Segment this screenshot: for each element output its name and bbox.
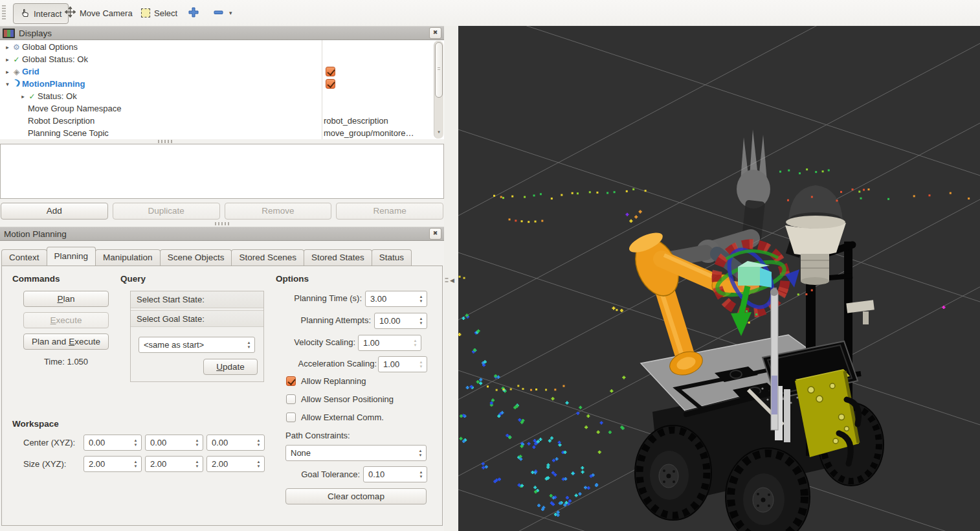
- combo-arrows[interactable]: ▲▼: [415, 446, 426, 460]
- minus-icon: [214, 6, 223, 19]
- spin-arrows[interactable]: ▲▼: [416, 357, 427, 372]
- scrollbar-down-icon[interactable]: ▾: [435, 130, 443, 137]
- velocity-scaling-spinbox[interactable]: 1.00 ▲▼: [358, 335, 421, 351]
- tree-row-planning-scene-topic[interactable]: Planning Scene Topic: [0, 127, 350, 139]
- select-start-state-row[interactable]: Select Start State:: [131, 291, 263, 308]
- expander-icon[interactable]: ▸: [4, 69, 11, 75]
- expander-icon[interactable]: ▸: [19, 93, 27, 100]
- allow-external-comm-checkbox[interactable]: [286, 412, 296, 422]
- motion-planning-close-button[interactable]: ✖: [429, 228, 441, 240]
- tree-row-label: Grid: [22, 67, 39, 76]
- tree-row-motionplanning[interactable]: ▾ MotionPlanning: [0, 78, 326, 90]
- interact-tool-button[interactable]: Interact: [13, 3, 69, 24]
- tool-dropdown-caret-icon[interactable]: ▾: [229, 10, 232, 16]
- motionplanning-enabled-checkbox[interactable]: [326, 79, 335, 89]
- allow-replanning-option[interactable]: Allow Replanning: [286, 376, 366, 386]
- collapse-panel-icon[interactable]: ◀: [450, 277, 454, 284]
- select-goal-state-row[interactable]: Select Goal State:: [131, 310, 263, 327]
- spin-arrows[interactable]: ▲▼: [416, 467, 427, 482]
- expander-icon[interactable]: ▸: [4, 56, 11, 63]
- displays-scrollbar[interactable]: ▾: [434, 41, 443, 139]
- tree-row-status-ok[interactable]: ▸ ✓ Status: Ok: [0, 90, 341, 102]
- motion-planning-tabs: ContextPlanningManipulationScene Objects…: [1, 247, 411, 266]
- update-button[interactable]: Update: [203, 359, 258, 375]
- spin-arrows[interactable]: ▲▼: [130, 435, 141, 450]
- rename-button[interactable]: Rename: [336, 203, 443, 220]
- allow-sensor-positioning-option[interactable]: Allow Sensor Positioning: [286, 394, 394, 404]
- tab-status[interactable]: Status: [372, 249, 412, 266]
- size-x-value: 2.00: [89, 459, 105, 469]
- spin-arrows[interactable]: ▲▼: [192, 435, 203, 450]
- spin-arrows[interactable]: ▲▼: [253, 457, 264, 471]
- splitter-grip[interactable]: [445, 278, 449, 283]
- planning-time-spinbox[interactable]: 3.00 ▲▼: [365, 291, 427, 307]
- workspace-center-y-spinbox[interactable]: 0.00 ▲▼: [145, 435, 203, 451]
- tab-context[interactable]: Context: [1, 249, 47, 266]
- duplicate-button[interactable]: Duplicate: [113, 203, 220, 220]
- move-camera-tool-button[interactable]: Move Camera: [65, 3, 133, 23]
- velocity-scaling-value: 1.00: [363, 338, 379, 348]
- center-xyz-label: Center (XYZ):: [23, 438, 75, 447]
- spin-arrows[interactable]: ▲▼: [192, 457, 203, 471]
- tree-row-global-status[interactable]: ▸ ✓ Global Status: Ok: [0, 53, 326, 65]
- toolbar-grip[interactable]: [2, 5, 6, 21]
- planning-attempts-spinbox[interactable]: 10.00 ▲▼: [374, 313, 427, 329]
- goal-state-combo[interactable]: <same as start> ▲▼: [139, 337, 255, 353]
- 3d-viewport[interactable]: [458, 26, 980, 531]
- displays-scrollbar-thumb[interactable]: [435, 42, 443, 98]
- motion-planning-panel-header[interactable]: Motion Planning ✖: [0, 227, 444, 241]
- robot-description-value[interactable]: robot_description: [324, 115, 427, 127]
- workspace-size-y-spinbox[interactable]: 2.00 ▲▼: [145, 456, 203, 472]
- spin-arrows[interactable]: ▲▼: [253, 435, 264, 450]
- tree-row-global-options[interactable]: ▸ ⚙ Global Options: [0, 41, 326, 53]
- tab-stored-scenes[interactable]: Stored Scenes: [231, 249, 304, 266]
- commands-header: Commands: [12, 274, 60, 284]
- query-header: Query: [120, 274, 146, 284]
- tab-scene-objects[interactable]: Scene Objects: [160, 249, 232, 266]
- spin-arrows[interactable]: ▲▼: [130, 457, 141, 471]
- expander-icon[interactable]: ▸: [4, 44, 11, 51]
- workspace-center-x-spinbox[interactable]: 0.00 ▲▼: [84, 435, 142, 451]
- workspace-size-z-spinbox[interactable]: 2.00 ▲▼: [206, 456, 265, 472]
- displays-panel-header[interactable]: Displays ✖: [0, 26, 444, 40]
- select-tool-button[interactable]: Select: [141, 3, 177, 23]
- workspace-center-z-spinbox[interactable]: 0.00 ▲▼: [206, 435, 265, 451]
- add-tool-button[interactable]: [188, 3, 199, 23]
- allow-replanning-checkbox[interactable]: [286, 376, 296, 386]
- remove-button[interactable]: Remove: [225, 203, 332, 220]
- plan-button[interactable]: Plan: [23, 291, 109, 307]
- tree-row-move-group-namespace[interactable]: Move Group Namespace: [0, 102, 350, 115]
- workspace-size-x-spinbox[interactable]: 2.00 ▲▼: [84, 456, 142, 472]
- planning-attempts-label: Planning Attempts:: [301, 315, 371, 325]
- spin-arrows[interactable]: ▲▼: [416, 291, 427, 306]
- execute-button[interactable]: Execute: [23, 312, 109, 328]
- expander-icon[interactable]: ▾: [4, 81, 11, 87]
- allow-external-comm-option[interactable]: Allow External Comm.: [286, 412, 384, 422]
- spin-arrows[interactable]: ▲▼: [416, 313, 427, 328]
- tree-row-robot-description[interactable]: Robot Description: [0, 115, 350, 127]
- move-camera-tool-label: Move Camera: [80, 8, 133, 18]
- tree-row-grid[interactable]: ▸ ◈ Grid: [0, 65, 326, 78]
- panel-splitter[interactable]: ◀: [444, 26, 458, 531]
- size-xyz-label: Size (XYZ):: [23, 459, 66, 469]
- add-button[interactable]: Add: [1, 203, 108, 220]
- tab-manipulation[interactable]: Manipulation: [95, 249, 161, 266]
- splitter-grip[interactable]: [215, 222, 229, 225]
- displays-close-button[interactable]: ✖: [429, 27, 441, 39]
- planning-scene-topic-value[interactable]: move_group/monitore…: [324, 127, 427, 139]
- path-constraints-combo[interactable]: None ▲▼: [285, 445, 427, 461]
- remove-tool-button[interactable]: ▾: [214, 3, 232, 23]
- clear-octomap-button[interactable]: Clear octomap: [285, 488, 427, 504]
- acceleration-scaling-spinbox[interactable]: 1.00 ▲▼: [378, 356, 427, 372]
- allow-sensor-positioning-checkbox[interactable]: [286, 394, 296, 404]
- splitter-grip[interactable]: [158, 140, 172, 143]
- tab-planning[interactable]: Planning: [47, 247, 96, 266]
- combo-arrows[interactable]: ▲▼: [243, 337, 254, 352]
- plan-and-execute-button[interactable]: Plan and Execute: [23, 333, 109, 350]
- grid-enabled-checkbox[interactable]: [326, 67, 335, 76]
- goal-tolerance-spinbox[interactable]: 0.10 ▲▼: [363, 466, 427, 482]
- spin-arrows[interactable]: ▲▼: [410, 335, 421, 350]
- displays-panel-title: Displays: [19, 28, 52, 38]
- tab-stored-states[interactable]: Stored States: [304, 249, 372, 266]
- end-effector-cube: [738, 267, 760, 286]
